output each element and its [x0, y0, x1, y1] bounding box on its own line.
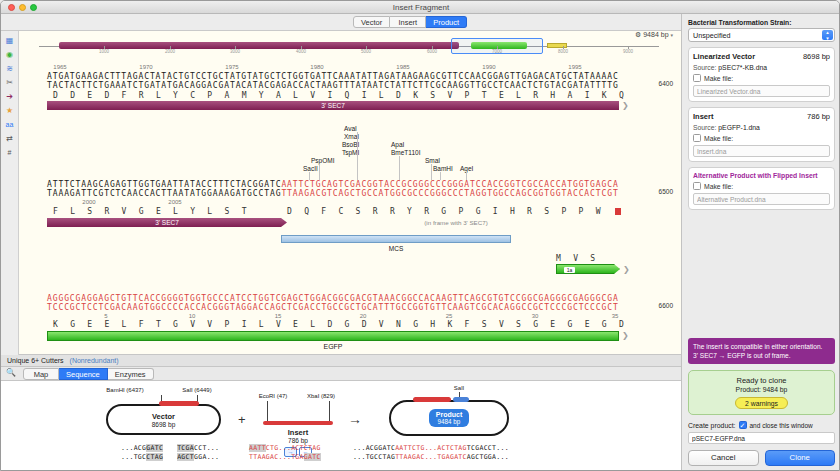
- enzyme-tick: [399, 156, 400, 180]
- map-options-icon[interactable]: ▦: [3, 35, 16, 46]
- view-tab-enzymes[interactable]: Enzymes: [108, 368, 154, 380]
- view-tab-sequence[interactable]: Sequence: [59, 368, 108, 380]
- enzyme-label[interactable]: SmaI: [425, 157, 440, 164]
- strain-label: Bacterial Transformation Strain:: [688, 19, 835, 26]
- translation-row: F L S R V G E L Y L S T: [53, 208, 247, 216]
- notice-line: 3' SEC7 → EGFP is out of frame.: [693, 351, 830, 360]
- overview-tick-label: 9000: [623, 49, 633, 54]
- vector-shape[interactable]: Vector 8698 bp: [106, 404, 221, 435]
- result-arrow: →: [348, 411, 362, 427]
- tab-product[interactable]: Product: [426, 16, 467, 28]
- overview-misc-feature[interactable]: [547, 43, 567, 48]
- make-file-checkbox[interactable]: [693, 134, 701, 142]
- vector-file-input[interactable]: [693, 85, 830, 97]
- features-icon[interactable]: ➔: [3, 91, 16, 102]
- settings-panel: Bacterial Transformation Strain: Unspeci…: [681, 14, 840, 471]
- feature-label: 3' SEC7: [321, 102, 345, 109]
- tab-insert[interactable]: Insert: [390, 16, 426, 28]
- box-size: 8698 bp: [803, 52, 830, 61]
- dna-bottom-strand[interactable]: TACTACTTCTGAAATCTGATATGACAGGACGATACATACG…: [47, 82, 619, 90]
- warnings-button[interactable]: 2 warnings: [735, 397, 788, 409]
- codon-ruler-label: 10: [189, 313, 196, 319]
- enzyme-label[interactable]: AvaI: [344, 125, 357, 132]
- product-shape[interactable]: Product 9484 bp: [389, 400, 509, 436]
- alt-file-input[interactable]: [693, 193, 830, 205]
- cloning-diagram: BamHI (6437) SalI (6449) Vector 8698 bp …: [1, 381, 681, 471]
- flip-strand-icon[interactable]: ⇄: [3, 133, 16, 144]
- site-label-sali: SalI (6449): [182, 387, 211, 393]
- sidebar-toolbar: ▦ ◉ ≋ ✂ ➔ ★ aa ⇄ #: [1, 31, 19, 355]
- enzymes-icon[interactable]: ✂: [3, 77, 16, 88]
- overview-tick-label: 4000: [296, 49, 306, 54]
- vector-sequence-run: ATTTCTAAGCAGAGTTGGTGAATTATACCTTTCTACGGAT…: [47, 180, 281, 189]
- make-file-label: Make file:: [704, 135, 733, 142]
- close-window-checkbox[interactable]: ✓: [739, 421, 747, 429]
- enzyme-set-name: Unique 6+ Cutters: [7, 357, 64, 364]
- codon-ruler-label: 5: [104, 313, 107, 319]
- clone-button[interactable]: Clone: [765, 450, 836, 466]
- overview-tick-label: 6000: [427, 49, 437, 54]
- feature-mcs[interactable]: [281, 235, 511, 243]
- numbering-icon[interactable]: #: [3, 147, 16, 158]
- feature-egfp-start[interactable]: 1a: [556, 264, 620, 274]
- dna-top-strand[interactable]: ATTTCTAAGCAGAGTTGGTGAATTATACCTTTCTACGGAT…: [47, 181, 619, 189]
- select-stepper-icon: ▲▼: [822, 30, 833, 40]
- ready-product: Product: 9484 bp: [693, 386, 830, 393]
- strain-select[interactable]: Unspecified ▲▼: [688, 28, 835, 42]
- strain-value: Unspecified: [693, 31, 731, 40]
- enzyme-tick: [357, 132, 358, 180]
- translations-icon[interactable]: aa: [3, 119, 16, 130]
- codon-ruler-label: 15: [275, 313, 282, 319]
- codon-ruler-label: 1970: [139, 64, 152, 70]
- enzyme-label[interactable]: SacII: [303, 165, 318, 172]
- view-tab-bar: 🔍 Map Sequence Enzymes: [1, 367, 681, 381]
- source-value: pEGFP-1.dna: [718, 124, 760, 131]
- enzyme-set-qualifier: (Nonredundant): [70, 357, 119, 364]
- make-file-checkbox[interactable]: [693, 182, 701, 190]
- codon-ruler-label: 1990: [482, 64, 495, 70]
- site-tick: [329, 401, 330, 421]
- feature-label: MCS: [389, 245, 403, 252]
- sequence-length-control[interactable]: ⚙ 9484 bp ▾: [635, 31, 673, 39]
- translation-row: M V S: [556, 255, 596, 263]
- feature-egfp[interactable]: [47, 331, 619, 341]
- primers-icon[interactable]: ★: [3, 105, 16, 116]
- feature-sec7[interactable]: 3' SEC7: [47, 218, 287, 227]
- circular-view-icon[interactable]: ◉: [3, 49, 16, 60]
- view-tab-map[interactable]: Map: [23, 368, 59, 380]
- enzyme-label[interactable]: AgeI: [460, 165, 473, 172]
- dna-bottom-strand[interactable]: TAAAGATTCGTCTCAACCACTTAATATGGAAAGATGCCTA…: [47, 190, 619, 198]
- enzyme-label[interactable]: PspOMI: [311, 157, 334, 164]
- dna-top-strand[interactable]: ATGATGAAGACTTTAGACTATACTGTCCTGCTATGTATGC…: [47, 73, 619, 81]
- box-title: Insert: [693, 112, 713, 121]
- cancel-button[interactable]: Cancel: [688, 450, 759, 466]
- insert-sequence-run: AATTCTGCAGTCGACGGTACCGCGGGCCCGGGATCCACCG…: [281, 180, 618, 189]
- overview-egfp-feature[interactable]: [471, 42, 527, 49]
- notice-line: The insert is compatible in either orien…: [693, 342, 830, 351]
- tab-vector[interactable]: Vector: [353, 16, 390, 28]
- enzyme-tick: [440, 172, 441, 180]
- search-icon[interactable]: 🔍: [6, 368, 16, 377]
- enzyme-set-bar[interactable]: Unique 6+ Cutters (Nonredundant): [1, 355, 681, 367]
- product-file-input[interactable]: [688, 432, 835, 444]
- codon-ruler-label: 2000: [82, 199, 95, 205]
- enzyme-label[interactable]: ApaI: [391, 141, 404, 148]
- insert-file-input[interactable]: [693, 145, 830, 157]
- enzyme-label[interactable]: BmeT110I: [391, 149, 421, 156]
- site-tick: [267, 401, 268, 421]
- enzyme-label[interactable]: BamHI: [433, 165, 453, 172]
- insert-fragment-shape[interactable]: [263, 421, 333, 425]
- chevron-down-icon: ▾: [670, 32, 673, 38]
- overview-sec7-feature[interactable]: [59, 42, 459, 49]
- sequence-view-icon[interactable]: ≋: [3, 63, 16, 74]
- source-label: Source:: [693, 64, 716, 71]
- codon-ruler-label: 1965: [53, 64, 66, 70]
- ready-to-clone-box: Ready to clone Product: 9484 bp 2 warnin…: [688, 370, 835, 415]
- dna-bottom-strand[interactable]: TCCCGCTCCTCGACAAGTGGCCCCACCACGGGTAGGACCA…: [47, 304, 619, 312]
- site-label-bamhi: BamHI (6437): [106, 387, 143, 393]
- feature-sec7[interactable]: 3' SEC7: [47, 101, 619, 110]
- make-file-checkbox[interactable]: [693, 74, 701, 82]
- dna-top-strand[interactable]: AGGGCGAGGAGCTGTTCACCGGGGTGGTGCCCATCCTGGT…: [47, 295, 619, 303]
- insert-end-sequence: TTAAGAC...TGAGATC: [249, 453, 321, 461]
- position-label: 6500: [659, 188, 673, 195]
